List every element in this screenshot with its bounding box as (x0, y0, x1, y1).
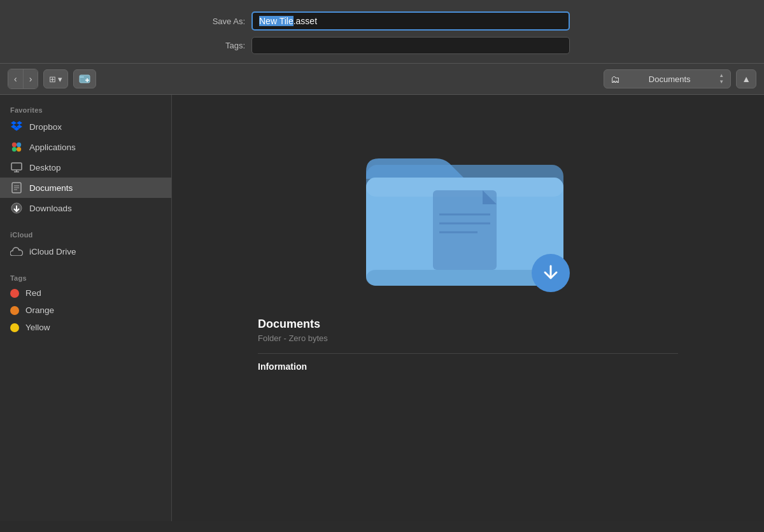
save-as-input[interactable] (251, 11, 570, 31)
icloud-icon (10, 245, 23, 258)
documents-icon (10, 181, 23, 194)
sidebar-item-dropbox[interactable]: Dropbox (0, 116, 171, 137)
downloads-icon (10, 202, 23, 214)
location-label: Documents (649, 74, 691, 84)
favorites-title: Favorites (0, 101, 171, 116)
sidebar-item-label-yellow: Yellow (25, 323, 50, 332)
folder-meta: Folder - Zero bytes (258, 333, 678, 343)
download-badge (532, 254, 570, 292)
main-content: Favorites Dropbox Applications (0, 95, 764, 521)
new-folder-icon (79, 73, 90, 86)
tags-label: Tags: (194, 41, 245, 50)
sidebar-item-documents[interactable]: Documents (0, 178, 171, 198)
save-as-row: Save As: (13, 11, 751, 31)
toolbar: ‹ › ⊞ ▾ 🗂 Documents ▲ ▼ ▲ (0, 64, 764, 95)
dialog-header: Save As: Tags: (0, 0, 764, 64)
svg-rect-8 (11, 163, 22, 170)
svg-rect-1 (80, 76, 84, 78)
svg-point-4 (12, 143, 17, 147)
sidebar-item-label-applications: Applications (29, 143, 76, 152)
nav-group: ‹ › (8, 69, 38, 89)
view-chevron: ▾ (58, 74, 62, 84)
tags-title: Tags (0, 269, 171, 284)
folder-info: Documents Folder - Zero bytes Informatio… (245, 318, 691, 372)
sidebar-item-label-icloud: iCloud Drive (29, 247, 76, 256)
sidebar-item-yellow[interactable]: Yellow (0, 319, 171, 336)
sidebar: Favorites Dropbox Applications (0, 95, 172, 521)
forward-button[interactable]: › (24, 69, 38, 88)
svg-point-5 (17, 143, 21, 147)
dropbox-icon (10, 120, 23, 133)
folder-icon-container (360, 120, 576, 298)
collapse-button[interactable]: ▲ (736, 69, 756, 88)
folder-section-title: Information (258, 361, 678, 372)
applications-icon (10, 141, 23, 153)
tags-row: Tags: (13, 37, 751, 54)
tags-input[interactable] (251, 37, 570, 54)
sidebar-item-label-documents: Documents (29, 183, 73, 193)
download-badge-icon (541, 263, 561, 283)
yellow-tag-dot (10, 323, 19, 332)
sidebar-item-applications[interactable]: Applications (0, 137, 171, 157)
sidebar-item-downloads[interactable]: Downloads (0, 198, 171, 218)
sidebar-item-label-dropbox: Dropbox (29, 122, 62, 132)
save-as-label: Save As: (194, 17, 245, 26)
cloud-title: iCloud (0, 226, 171, 241)
sidebar-item-label-red: Red (25, 288, 41, 298)
sidebar-item-icloud-drive[interactable]: iCloud Drive (0, 241, 171, 262)
folder-divider (258, 353, 678, 354)
red-tag-dot (10, 289, 19, 298)
back-button[interactable]: ‹ (8, 69, 24, 88)
orange-tag-dot (10, 306, 19, 315)
new-folder-button[interactable] (73, 69, 96, 88)
svg-rect-0 (80, 75, 90, 83)
svg-point-7 (17, 147, 21, 151)
location-chevrons: ▲ ▼ (719, 73, 724, 85)
sidebar-item-label-desktop: Desktop (29, 163, 61, 172)
svg-point-6 (12, 147, 17, 151)
desktop-icon (10, 161, 23, 174)
location-selector[interactable]: 🗂 Documents ▲ ▼ (604, 69, 731, 88)
sidebar-item-label-downloads: Downloads (29, 204, 72, 213)
location-folder-icon: 🗂 (611, 74, 620, 85)
sidebar-item-label-orange: Orange (25, 305, 54, 315)
view-button[interactable]: ⊞ ▾ (43, 69, 68, 88)
sidebar-item-red[interactable]: Red (0, 284, 171, 302)
folder-name: Documents (258, 318, 678, 331)
sidebar-item-orange[interactable]: Orange (0, 302, 171, 319)
sidebar-item-desktop[interactable]: Desktop (0, 157, 171, 178)
view-icon: ⊞ (49, 74, 56, 84)
main-panel: Documents Folder - Zero bytes Informatio… (172, 95, 764, 521)
